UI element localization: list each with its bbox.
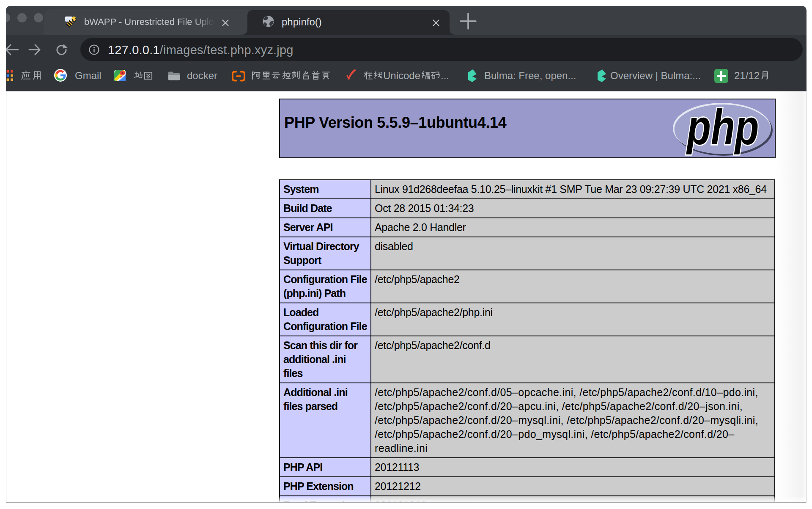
- svg-text:php: php: [686, 100, 759, 155]
